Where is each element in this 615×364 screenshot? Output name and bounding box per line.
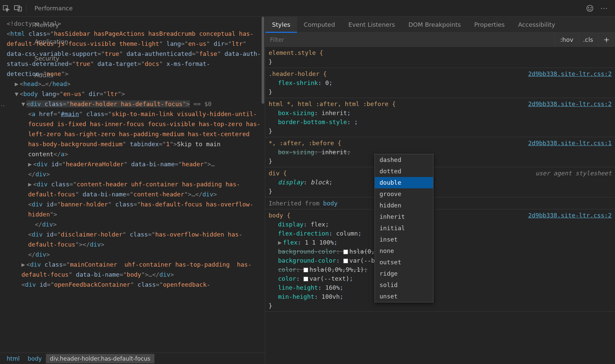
autocomplete-option[interactable]: unset [375,291,433,302]
dom-line[interactable]: <a href="#main" class="skip-to-main-link… [3,109,262,159]
css-property[interactable]: color: var(--text); [269,274,612,283]
source-link[interactable]: 2d9bb338.site-ltr.css:1 [528,139,612,148]
dom-line[interactable]: </div> [3,169,262,179]
css-property[interactable]: ▶flex: 1 1 100%; [269,238,612,247]
crumb[interactable]: body [24,354,46,363]
svg-point-4 [588,7,589,8]
source-link[interactable]: 2d9bb338.site-ltr.css:2 [528,211,612,220]
dom-line[interactable]: <html class="hasSidebar hasPageActions h… [3,29,262,79]
dom-line[interactable]: ▶<div class="mainContainer uhf-container… [3,260,262,280]
autocomplete-option[interactable]: ridge [375,268,433,279]
divider [26,3,26,13]
autocomplete-option[interactable]: outset [375,257,433,268]
autocomplete-option[interactable]: initial [375,222,433,234]
css-property[interactable]: border-bottom-style: ; [269,117,612,126]
css-property[interactable]: line-height: 160%; [269,283,612,292]
filter-input[interactable] [265,36,555,43]
cls-toggle[interactable]: .cls [578,33,598,47]
css-property[interactable]: display: flex; [269,220,612,229]
sidebar-tabs: StylesComputedEvent ListenersDOM Breakpo… [265,17,615,33]
device-icon[interactable] [12,0,24,17]
css-property[interactable]: background-color: var(--body-background)… [269,256,612,265]
css-property[interactable]: display: block; [269,178,612,187]
css-rule[interactable]: 2d9bb338.site-ltr.css:2body {display: fl… [265,209,615,312]
dom-line[interactable]: <!doctype html> [3,19,262,29]
subtab-accessibility[interactable]: Accessibility [511,17,562,33]
source-link[interactable]: user agent stylesheet [535,169,612,178]
new-rule-button[interactable]: + [598,33,615,47]
dom-line[interactable]: </div> [3,219,262,230]
inspect-icon[interactable] [0,0,12,17]
css-rule[interactable]: user agent stylesheetdiv {display: block… [265,167,615,197]
subtab-computed[interactable]: Computed [297,17,342,33]
svg-point-3 [587,5,593,11]
css-rule[interactable]: element.style {} [265,47,615,68]
svg-rect-1 [14,6,19,10]
subtab-properties[interactable]: Properties [468,17,511,33]
crumb[interactable]: div.header-holder.has-default-focus [46,354,154,363]
subtab-styles[interactable]: Styles [265,17,297,33]
scrollbar[interactable] [261,17,265,353]
css-rule[interactable]: 2d9bb338.site-ltr.css:2html *, html :aft… [265,98,615,137]
tab-performance[interactable]: Performance [28,0,79,17]
css-property[interactable]: box-sizing: inherit; [269,108,612,117]
hov-toggle[interactable]: :hov [555,33,578,47]
css-property[interactable]: flex-shrink: 0; [269,78,612,87]
dom-line[interactable]: <div id="disclaimer-holder" class="has-o… [3,230,262,250]
crumb[interactable]: html [3,354,24,363]
gutter-dots: ‥ [1,99,5,109]
dom-line[interactable]: ▼<body lang="en-us" dir="ltr"> [3,89,262,99]
autocomplete-popup[interactable]: dasheddotteddoublegroovehiddeninheritini… [374,154,433,302]
dom-tree[interactable]: ‥ <!doctype html><html class="hasSidebar… [0,17,265,353]
css-property[interactable]: flex-direction: column; [269,229,612,238]
css-property[interactable]: color: hsla(0,0%,9%,1); [269,265,612,274]
autocomplete-option[interactable]: dotted [375,166,433,177]
inherited-from: Inherited from body [265,197,615,209]
css-property[interactable]: box-sizing: inherit; [269,148,612,157]
styles-panel: StylesComputedEvent ListenersDOM Breakpo… [265,17,615,364]
autocomplete-option[interactable]: hidden [375,200,433,211]
dom-line[interactable]: ▶<div class="content-header uhf-containe… [3,179,262,199]
autocomplete-option[interactable]: groove [375,188,433,200]
dom-line[interactable]: ▶<head>…</head> [3,79,262,89]
autocomplete-option[interactable]: dashed [375,154,433,166]
autocomplete-option[interactable]: inherit [375,211,433,222]
styles-rules[interactable]: element.style {}2d9bb338.site-ltr.css:2.… [265,47,615,364]
dom-line[interactable]: <div id="openFeedbackContainer" class="o… [3,280,262,290]
smiley-icon[interactable] [586,5,594,12]
svg-point-5 [591,7,592,8]
source-link[interactable]: 2d9bb338.site-ltr.css:2 [528,69,612,78]
subtab-dom-breakpoints[interactable]: DOM Breakpoints [402,17,467,33]
kebab-icon[interactable]: ⋯ [600,4,608,12]
css-property[interactable]: background-color: hsla(0,0%,…,.999); [269,247,612,256]
elements-panel: ‥ <!doctype html><html class="hasSidebar… [0,17,265,364]
dom-line[interactable]: ▶<div id="headerAreaHolder" data-bi-name… [3,159,262,169]
source-link[interactable]: 2d9bb338.site-ltr.css:2 [528,99,612,108]
css-rule[interactable]: 2d9bb338.site-ltr.css:1*, :after, :befor… [265,137,615,167]
autocomplete-option[interactable]: inset [375,234,433,245]
autocomplete-option[interactable]: none [375,245,433,257]
dom-line[interactable]: ▼<div class="header-holder has-default-f… [3,99,262,109]
filter-bar: :hov .cls + [265,33,615,47]
devtools-toolbar: ElementsConsoleSourcesNetworkPerformance… [0,0,615,17]
css-property[interactable]: min-height: 100vh; [269,292,612,301]
css-rule[interactable]: 2d9bb338.site-ltr.css:2.header-holder {f… [265,68,615,98]
subtab-event-listeners[interactable]: Event Listeners [342,17,402,33]
autocomplete-option[interactable]: solid [375,279,433,291]
dom-line[interactable]: </div> [3,250,262,260]
breadcrumb[interactable]: htmlbodydiv.header-holder.has-default-fo… [0,353,265,364]
dom-line[interactable]: <div id="banner-holder" class="has-defau… [3,199,262,219]
autocomplete-option[interactable]: double [375,177,433,188]
